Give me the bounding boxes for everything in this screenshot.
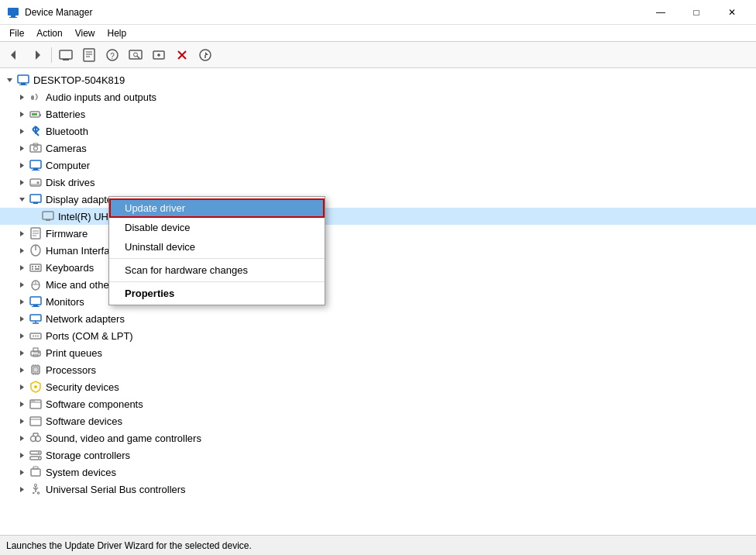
tree-item[interactable]: Audio inputs and outputs [0,88,756,105]
tree-item[interactable]: Print queues [0,344,756,361]
svg-marker-28 [20,95,24,100]
tree-item[interactable]: Universal Serial Bus controllers [0,481,756,498]
svg-rect-5 [60,50,72,59]
main-content: DESKTOP-504K819Audio inputs and outputsB… [0,68,756,535]
svg-point-105 [33,401,35,402]
svg-marker-90 [20,367,24,373]
tree-expander[interactable] [15,381,28,393]
tree-expander[interactable] [15,261,28,274]
tree-item-label: Audio inputs and outputs [46,91,156,103]
context-menu-uninstall-device[interactable]: Uninstall device [109,237,325,257]
menu-action[interactable]: Action [30,25,68,41]
tree-item[interactable]: Sound, video and game controllers [0,429,756,446]
window-controls: — □ ✕ [643,0,750,25]
tree-item[interactable]: Software components [0,395,756,412]
svg-marker-68 [20,282,24,288]
tree-item[interactable]: System devices [0,464,756,481]
tree-item-icon [29,124,43,138]
tree-expander[interactable] [15,193,28,205]
close-button[interactable]: ✕ [714,0,750,25]
device-manager-icon-btn[interactable] [55,45,77,65]
tree-expander[interactable] [15,483,28,495]
tree-item[interactable]: Bluetooth [0,122,756,140]
svg-rect-32 [40,114,41,116]
menu-help[interactable]: Help [101,25,133,41]
tree-item[interactable]: Disk drives [0,174,756,191]
tree-item-icon [29,278,43,291]
tree-expander[interactable] [15,312,28,325]
svg-rect-92 [33,367,38,372]
tree-expander[interactable] [15,244,28,257]
svg-rect-27 [19,84,27,85]
tree-expander[interactable] [15,329,28,342]
svg-point-14 [134,53,138,57]
tree-expander[interactable] [15,449,28,461]
menu-file[interactable]: File [3,25,30,41]
context-menu-properties[interactable]: Properties [109,284,325,303]
context-menu: Update driver Disable device Uninstall d… [108,196,325,305]
tree-expander[interactable] [15,415,28,427]
forward-button[interactable] [26,45,48,65]
tree-expander[interactable] [15,346,28,359]
tree-item[interactable]: DESKTOP-504K819 [0,71,756,88]
menu-bar: File Action View Help [0,25,756,42]
window-title: Device Manager [25,7,643,18]
tree-expander[interactable] [15,91,28,103]
maximize-button[interactable]: □ [679,0,714,25]
svg-rect-73 [30,297,41,305]
svg-rect-26 [21,83,26,84]
tree-item[interactable]: Batteries [0,105,756,122]
tree-expander[interactable] [15,466,28,478]
tree-item[interactable]: Network adapters [0,310,756,327]
tree-expander[interactable] [15,125,28,137]
remove-icon-btn[interactable] [171,45,193,65]
tree-expander[interactable] [15,142,28,154]
tree-item-label: Print queues [46,347,102,359]
svg-point-89 [38,352,40,353]
context-menu-update-driver[interactable]: Update driver [109,198,325,218]
tree-expander[interactable] [15,176,28,188]
back-button[interactable] [3,45,25,65]
svg-point-125 [35,484,37,487]
tree-item[interactable]: Processors [0,361,756,378]
scan-hardware-icon-btn[interactable] [125,45,146,65]
minimize-button[interactable]: — [643,0,679,25]
update-driver-icon-btn[interactable] [194,45,216,65]
tree-expander[interactable] [15,364,28,376]
svg-point-84 [37,336,39,337]
tree-item[interactable]: Ports (COM & LPT) [0,327,756,344]
tree-item-label: System devices [46,467,116,478]
tree-expander[interactable] [15,159,28,171]
tree-expander[interactable] [15,108,28,120]
tree-item[interactable]: Security devices [0,378,756,395]
svg-rect-29 [31,95,34,100]
tree-expander[interactable] [15,432,28,444]
tree-item-label: Cameras [46,143,87,154]
context-menu-disable-device[interactable]: Disable device [109,218,325,237]
context-menu-scan-hardware[interactable]: Scan for hardware changes [109,260,325,280]
tree-expander[interactable] [15,278,28,291]
svg-rect-77 [30,315,41,321]
svg-marker-80 [20,333,24,339]
tree-item-label: Computer [46,160,90,171]
svg-marker-76 [20,316,24,322]
tree-item-icon [29,465,43,479]
properties-icon-btn[interactable] [78,45,100,65]
tree-item[interactable]: Cameras [0,140,756,157]
tree-item[interactable]: Software devices [0,412,756,429]
tree-expander[interactable] [15,398,28,410]
tree-item-label: Batteries [46,109,85,120]
tree-expander[interactable] [15,227,28,240]
tree-item-icon [29,329,43,343]
svg-marker-85 [20,350,24,356]
tree-item-icon [29,431,43,445]
tree-expander[interactable] [15,295,28,308]
svg-marker-4 [36,50,40,60]
menu-view[interactable]: View [69,25,101,41]
tree-item-label: Processors [46,364,96,376]
help-icon-btn[interactable]: ? [101,45,123,65]
tree-item[interactable]: Computer [0,157,756,174]
tree-expander[interactable] [3,74,15,86]
add-driver-icon-btn[interactable] [148,45,170,65]
tree-item[interactable]: Storage controllers [0,446,756,464]
